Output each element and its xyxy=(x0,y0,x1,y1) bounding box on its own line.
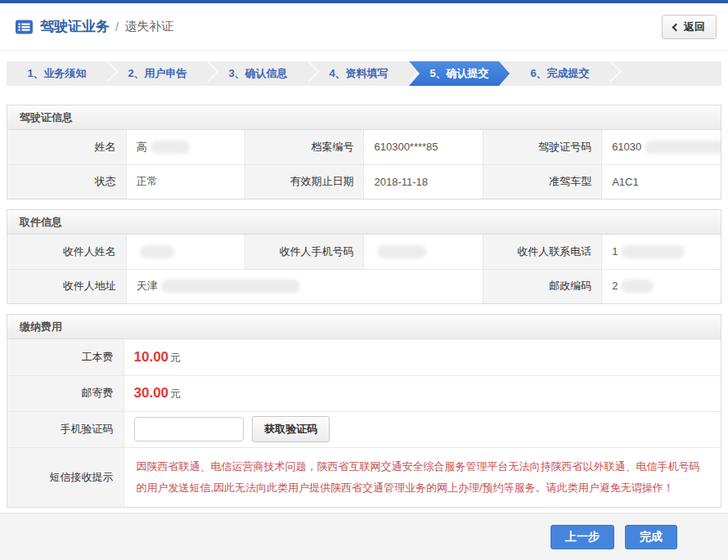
redacted-value xyxy=(645,141,721,154)
field-label: 工本费 xyxy=(7,339,124,375)
field-value: A1C1 xyxy=(602,164,721,199)
sections-container: 驾驶证信息姓名高档案编号610300****85驾驶证号码61030状态正常有效… xyxy=(0,105,728,304)
field-label: 收件人姓名 xyxy=(7,235,126,269)
redacted-value xyxy=(140,245,174,258)
field-label: 收件人联系电话 xyxy=(483,235,601,269)
list-icon xyxy=(15,19,34,35)
step-5: 5、确认提交 xyxy=(409,61,510,86)
fee-amount: 10.00 xyxy=(134,349,169,365)
field-label: 驾驶证号码 xyxy=(483,130,601,164)
field-label: 收件人地址 xyxy=(7,269,126,303)
section-title: 缴纳费用 xyxy=(7,315,721,339)
back-button-label: 返回 xyxy=(684,20,705,34)
field-label: 状态 xyxy=(7,164,126,199)
section-title: 驾驶证信息 xyxy=(7,105,721,130)
field-value: 高 xyxy=(126,130,245,164)
step-3: 3、确认信息 xyxy=(208,61,308,86)
table-row: 状态正常有效期止日期2018-11-18准驾车型A1C1 xyxy=(7,164,721,199)
field-value: 2018-11-18 xyxy=(364,164,483,199)
field-label: 姓名 xyxy=(7,130,126,164)
field-value: 61030 xyxy=(602,130,721,164)
field-label: 邮寄费 xyxy=(7,375,124,411)
pickup-info-table: 收件人姓名收件人手机号码收件人联系电话1收件人地址天津邮政编码2 xyxy=(7,235,721,303)
sms-notice-text: 因陕西省联通、电信运营商技术问题，陕西省互联网交通安全综合服务管理平台无法向持陕… xyxy=(124,447,721,507)
field-value: 1 xyxy=(602,235,721,269)
field-label: 短信接收提示 xyxy=(7,447,124,507)
fees-table: 工本费10.00元邮寄费30.00元 手机验证码 获取验证码 短信接收提示 因陕… xyxy=(7,339,721,507)
steps-bar: 1、业务须知2、用户申告3、确认信息4、资料填写5、确认提交6、完成提交 xyxy=(7,61,721,86)
field-value xyxy=(126,235,245,269)
table-row: 收件人姓名收件人手机号码收件人联系电话1 xyxy=(7,235,721,269)
step-2: 2、用户申告 xyxy=(107,61,208,86)
fee-items: 工本费10.00元邮寄费30.00元 xyxy=(7,339,721,411)
footer-bar: 上一步 完成 xyxy=(0,513,728,560)
step-1: 1、业务须知 xyxy=(7,61,107,86)
license-info-table: 姓名高档案编号610300****85驾驶证号码61030状态正常有效期止日期2… xyxy=(7,130,721,199)
field-label: 收件人手机号码 xyxy=(245,235,364,269)
breadcrumb-current: 遗失补证 xyxy=(124,19,173,34)
section-pickup-info: 取件信息收件人姓名收件人手机号码收件人联系电话1收件人地址天津邮政编码2 xyxy=(7,209,721,304)
fee-unit: 元 xyxy=(170,388,181,400)
step-6: 6、完成提交 xyxy=(510,61,610,86)
fee-row: 邮寄费30.00元 xyxy=(7,375,721,411)
field-label: 手机验证码 xyxy=(7,411,124,447)
get-code-button[interactable]: 获取验证码 xyxy=(252,416,330,442)
prev-step-button[interactable]: 上一步 xyxy=(550,525,614,549)
field-value xyxy=(364,235,483,269)
back-button[interactable]: 返回 xyxy=(662,15,717,39)
sms-code-input[interactable] xyxy=(134,417,244,441)
table-row: 姓名高档案编号610300****85驾驶证号码61030 xyxy=(7,130,721,164)
table-row: 收件人地址天津邮政编码2 xyxy=(7,269,721,303)
done-button[interactable]: 完成 xyxy=(625,525,677,549)
field-value: 正常 xyxy=(126,164,245,199)
field-value: 2 xyxy=(602,269,721,303)
redacted-value xyxy=(621,245,685,258)
redacted-value xyxy=(161,280,300,293)
notice-row: 短信接收提示 因陕西省联通、电信运营商技术问题，陕西省互联网交通安全综合服务管理… xyxy=(7,447,721,507)
page-title[interactable]: 驾驶证业务 xyxy=(40,17,110,36)
fee-row: 工本费10.00元 xyxy=(7,339,721,375)
fee-amount: 30.00 xyxy=(134,385,169,401)
redacted-value xyxy=(377,245,426,258)
field-label: 档案编号 xyxy=(245,130,364,164)
redacted-value xyxy=(621,280,654,293)
page-header: 驾驶证业务 / 遗失补证 返回 xyxy=(0,3,728,51)
captcha-row: 手机验证码 获取验证码 xyxy=(7,411,721,447)
field-value: 天津 xyxy=(126,269,483,303)
redacted-value xyxy=(151,141,190,154)
field-label: 邮政编码 xyxy=(483,269,601,303)
step-4: 4、资料填写 xyxy=(308,61,409,86)
breadcrumb-separator: / xyxy=(115,20,119,34)
field-label: 准驾车型 xyxy=(483,164,601,199)
fee-unit: 元 xyxy=(170,352,181,364)
section-license-info: 驾驶证信息姓名高档案编号610300****85驾驶证号码61030状态正常有效… xyxy=(7,105,721,199)
section-fees: 缴纳费用 工本费10.00元邮寄费30.00元 手机验证码 获取验证码 短信接收… xyxy=(7,314,721,508)
field-label: 有效期止日期 xyxy=(245,164,364,199)
field-value: 610300****85 xyxy=(364,130,483,164)
section-title: 取件信息 xyxy=(7,210,721,235)
chevron-left-icon xyxy=(672,23,681,31)
